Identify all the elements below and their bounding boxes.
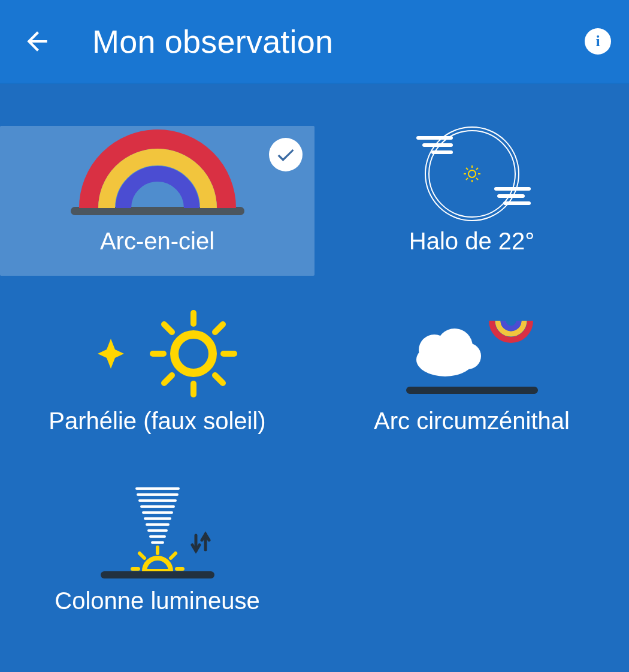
svg-line-44: [171, 553, 176, 558]
svg-line-8: [466, 168, 468, 170]
svg-line-9: [476, 168, 478, 170]
svg-line-26: [215, 375, 223, 383]
svg-line-43: [140, 553, 144, 558]
app-header: Mon observation i: [0, 0, 629, 84]
svg-point-1: [425, 127, 519, 221]
arrow-left-icon: [22, 26, 52, 56]
info-button[interactable]: i: [585, 28, 611, 55]
option-label: Arc circumzénithal: [374, 408, 570, 435]
svg-line-11: [476, 178, 478, 180]
svg-line-10: [466, 178, 468, 180]
svg-line-25: [164, 375, 172, 383]
svg-point-3: [468, 170, 476, 177]
option-label: Halo de 22°: [409, 228, 534, 255]
check-icon: [275, 144, 297, 165]
option-label: Parhélie (faux soleil): [49, 408, 265, 435]
svg-point-18: [174, 335, 213, 373]
option-rainbow[interactable]: Arc-en-ciel: [0, 126, 314, 276]
svg-rect-31: [406, 387, 538, 394]
parhelie-icon: [62, 306, 253, 402]
info-icon: i: [595, 32, 600, 50]
halo-icon: [376, 126, 568, 222]
option-label: Colonne lumineuse: [55, 587, 259, 614]
option-label: Arc-en-ciel: [100, 228, 214, 255]
svg-line-24: [215, 324, 223, 332]
back-button[interactable]: [18, 22, 56, 61]
svg-point-30: [455, 343, 481, 369]
svg-rect-0: [71, 207, 244, 215]
option-lightpillar[interactable]: Colonne lumineuse: [0, 486, 314, 635]
option-halo22[interactable]: Halo de 22°: [314, 126, 629, 276]
circumzenithal-icon: [376, 306, 568, 402]
lightpillar-icon: [62, 486, 253, 581]
svg-line-23: [164, 324, 172, 332]
rainbow-icon: [62, 126, 253, 222]
options-grid: Arc-en-ciel: [0, 84, 629, 635]
option-circumzenithal[interactable]: Arc circumzénithal: [314, 306, 629, 456]
selected-badge: [269, 138, 303, 171]
svg-rect-47: [101, 571, 214, 578]
option-parhelie[interactable]: Parhélie (faux soleil): [0, 306, 314, 456]
page-title: Mon observation: [92, 23, 585, 60]
